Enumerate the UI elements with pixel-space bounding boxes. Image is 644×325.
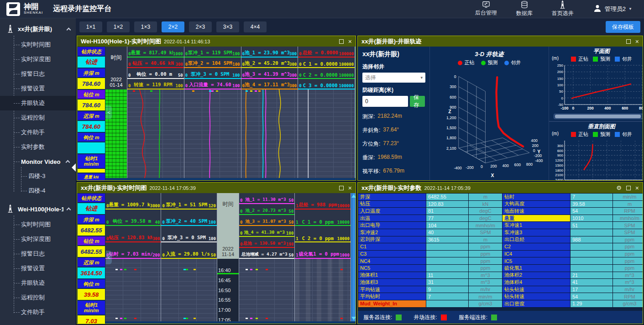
readout-value: 784.60	[78, 78, 105, 89]
param-name: 池体积4	[503, 279, 570, 286]
svg-text:200: 200	[490, 164, 497, 168]
table-row: 出口电导104mmho/m泵冲速151SPM	[358, 222, 642, 229]
trajectory-stat: 方位角:77.23°	[362, 140, 425, 148]
sidebar-item-实时时间图[interactable]: 实时时间图	[0, 37, 76, 52]
sidebar-collapse-handle[interactable]	[72, 163, 76, 172]
top-nav: 后台管理数据库首页选井管理员2▼	[475, 0, 644, 17]
layout-button-1×3[interactable]: 1×3	[134, 21, 157, 32]
curve-tick	[255, 90, 257, 92]
scroll-down-arrow[interactable]	[351, 317, 356, 320]
scale-max: 100000	[339, 73, 354, 78]
sidebar-item-报警设置[interactable]: 报警设置	[0, 81, 76, 96]
distance-input[interactable]	[362, 96, 408, 107]
expand-icon[interactable]	[626, 186, 631, 190]
sidebar-item-报警日志[interactable]: 报警日志	[0, 67, 76, 81]
layout-button-2×2[interactable]: 2×2	[162, 21, 184, 32]
sidebar-item-文件助手[interactable]: 文件助手	[0, 125, 76, 140]
close-icon[interactable]: ×	[635, 39, 639, 44]
sidebar-item-实时深度图[interactable]: 实时深度图	[0, 52, 76, 67]
vertical-scrollbar[interactable]	[355, 47, 356, 178]
scrollbar-thumb[interactable]	[555, 115, 641, 118]
layout-button-3×3[interactable]: 3×3	[216, 21, 239, 32]
sidebar-item-Monitor Video[interactable]: Monitor Video	[0, 154, 76, 169]
save-button[interactable]: 保存	[410, 96, 425, 107]
curve-label: 总池增减 = 4.27 m^3	[240, 252, 289, 257]
user-avatar-icon	[593, 4, 602, 14]
layout-button-4×4[interactable]: 4×4	[244, 21, 267, 32]
sidebar-item-实时参数[interactable]: 实时参数	[0, 140, 76, 154]
save-template-button[interactable]: 保存模板	[606, 21, 640, 33]
track-header: 0泵冲_3 = 0 SPM100	[184, 68, 241, 79]
track-header: 1总烃 = 988 ppm10000	[295, 193, 350, 210]
sidebar-item-远程控制[interactable]: 远程控制	[0, 290, 76, 305]
curve-label: 泵冲_2 = 40 SPM	[165, 218, 209, 225]
sidebar-item-实时时间图[interactable]: 实时时间图	[0, 217, 76, 232]
params-table: 井深6482.55m钻时7min/m钻压120.83kN大钩高度39.58m入口…	[358, 193, 643, 308]
param-value: 3615	[426, 236, 468, 243]
sidebar-item-远程控制[interactable]: 远程控制	[0, 110, 76, 125]
sidebar-item-四楼-4[interactable]: 四楼-4	[0, 183, 76, 198]
collapse-tab[interactable]: <	[106, 105, 112, 119]
readout-value: 6482.55	[78, 246, 105, 257]
svg-text:800: 800	[639, 106, 643, 110]
sidebar-item-报警设置[interactable]: 报警设置	[0, 261, 76, 276]
curve-tick	[124, 269, 126, 270]
curve-label: 钩位 = 39.58 m	[109, 218, 155, 225]
plan-view-horizontal-scrollbar[interactable]	[554, 114, 643, 119]
expand-icon[interactable]	[339, 186, 344, 190]
expand-icon[interactable]	[626, 39, 631, 44]
sidebar-item-报警日志[interactable]: 报警日志	[0, 246, 76, 261]
distance-label: 防碰距离(米)	[362, 86, 425, 94]
curve-track: 0泵冲_1 = 119 SPM1000泵冲_2 = 104 SPM1000泵冲_…	[184, 47, 241, 178]
sidebar-item-井眼轨迹[interactable]: 井眼轨迹	[0, 96, 76, 110]
side-charts: 平面图正钻预测邻井(m)250200150100500-50-100020040…	[549, 47, 643, 180]
param-unit: degC	[469, 215, 502, 222]
legend-swatch	[504, 61, 509, 65]
close-icon[interactable]: ×	[635, 186, 639, 190]
vertical-scrollbar[interactable]	[351, 193, 356, 321]
sidebar-item-label: 实时参数	[21, 143, 45, 151]
nav-item-admin[interactable]: 后台管理	[475, 1, 497, 17]
svg-text:250: 250	[557, 63, 564, 68]
neighbor-select[interactable]: 选择 ▾	[362, 73, 425, 83]
close-icon[interactable]: ×	[348, 186, 352, 190]
sidebar-subtree: 四楼-3四楼-4	[0, 169, 76, 198]
readout-label: 井深 m	[78, 215, 105, 224]
panel-body: 钻井状态钻进井深 m6482.55钻位 m6482.55迟深 m3614.50钩…	[77, 193, 356, 324]
sidebar-item-文件助手[interactable]: 文件助手	[0, 305, 76, 320]
panel-title: xx井(新井眼)-井眼轨迹	[361, 37, 421, 46]
table-row: 平均钻速9m/hr钻头钻速17m/hr	[358, 286, 642, 293]
param-value: 39.58	[571, 201, 613, 208]
layout-button-2×3[interactable]: 2×3	[189, 21, 212, 32]
sidebar-item-实时深度图[interactable]: 实时深度图	[0, 232, 76, 246]
scroll-up-arrow[interactable]	[351, 194, 356, 198]
sidebar-item-四楼-3[interactable]: 四楼-3	[0, 169, 76, 183]
nav-item-database[interactable]: 数据库	[516, 1, 533, 17]
param-unit: ppm	[469, 265, 502, 272]
gear-icon[interactable]: ⚙	[616, 185, 622, 191]
curve-tick	[115, 318, 118, 319]
close-icon[interactable]: ×	[348, 39, 352, 44]
curve-label: 池_4 = 17.11 m^3	[245, 82, 289, 88]
scale-max: 100000	[339, 52, 354, 56]
sidebar-well-1[interactable]: Wei-H100(Hole-1)	[0, 201, 76, 217]
collapse-tab[interactable]: <	[106, 251, 112, 264]
track-header: 0池_4 = 41.30 m^3100	[239, 226, 294, 237]
sidebar-well-0[interactable]: xx井(新井眼)	[0, 21, 76, 37]
scale-max: 10000	[337, 220, 350, 225]
nav-item-well-select[interactable]: 首页选井	[552, 0, 574, 17]
param-name: 大钩高度	[503, 201, 570, 208]
layout-button-1×2[interactable]: 1×2	[107, 21, 130, 32]
layout-button-1×1[interactable]: 1×1	[79, 21, 102, 32]
readout-label: 钩位 m	[78, 279, 105, 288]
neighbor-label: 选择邻井	[362, 63, 425, 71]
sidebar-item-井眼轨迹[interactable]: 井眼轨迹	[0, 276, 76, 290]
track-header: 0泵冲_1 = 119 SPM100	[184, 47, 241, 58]
table-row: 入口温度81degC地面转速54RPM	[358, 208, 642, 215]
svg-text:600: 600	[622, 106, 628, 110]
readout-value	[78, 142, 105, 153]
sidebar-item-label: 报警设置	[21, 84, 45, 93]
user-menu[interactable]: 管理员2▼	[593, 4, 632, 14]
expand-icon[interactable]	[339, 39, 344, 44]
connection-status-bar: 服务器连接:井场连接:服务端连接:	[358, 311, 643, 324]
